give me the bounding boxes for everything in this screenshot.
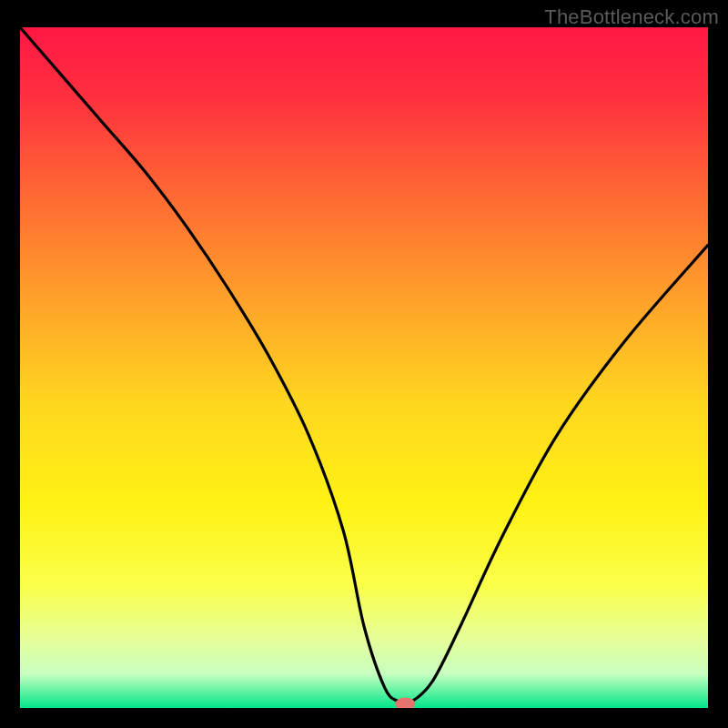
- chart-area: [20, 27, 708, 708]
- chart-svg: [20, 27, 708, 708]
- watermark-text: TheBottleneck.com: [544, 5, 719, 29]
